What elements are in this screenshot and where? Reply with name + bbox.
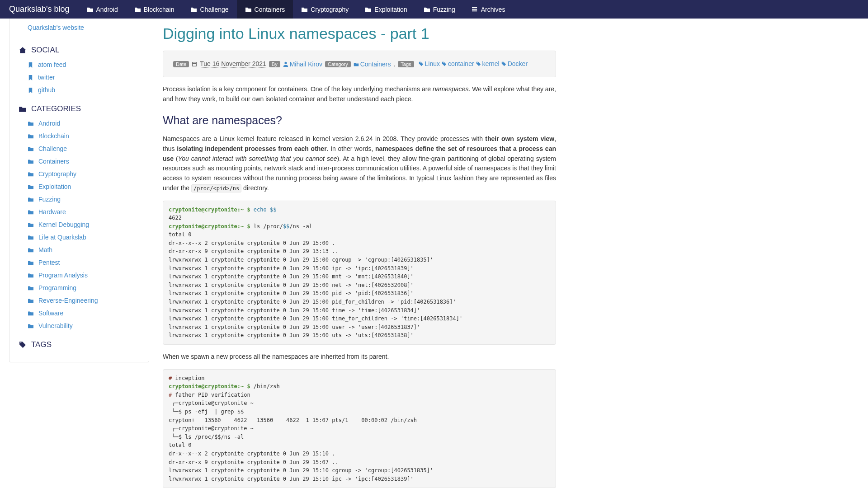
folder-icon xyxy=(134,6,141,12)
category-link-kernel-debugging[interactable]: Kernel Debugging xyxy=(19,218,140,231)
article-meta: Date Tue 16 November 2021 By Mihail Kiro… xyxy=(163,51,556,77)
category-link-blockchain[interactable]: Blockchain xyxy=(19,130,140,142)
folder-icon xyxy=(28,197,34,202)
meta-date: Tue 16 November 2021 xyxy=(200,60,266,68)
category-link-challenge[interactable]: Challenge xyxy=(19,142,140,155)
code-block-1: cryptonite@cryptonite:~ $ echo $$ 4622 c… xyxy=(163,201,556,345)
inline-code-proc-ns: /proc/<pid>/ns xyxy=(191,184,241,192)
folder-icon xyxy=(301,6,308,12)
category-link-containers[interactable]: Containers xyxy=(19,155,140,168)
sidebar: Quarkslab's website SOCIAL atom feedtwit… xyxy=(9,19,149,362)
folder-icon xyxy=(28,310,34,316)
nav-item-containers[interactable]: Containers xyxy=(237,0,293,19)
meta-tags-label: Tags xyxy=(398,61,414,67)
folder-icon xyxy=(354,61,359,67)
nav-item-android[interactable]: Android xyxy=(79,0,126,19)
category-link-vulnerability[interactable]: Vulnerability xyxy=(19,319,140,332)
category-link-reverse-engineering[interactable]: Reverse-Engineering xyxy=(19,294,140,307)
inherit-paragraph: When we spawn a new process all the name… xyxy=(163,352,556,362)
folder-icon xyxy=(28,235,34,240)
meta-category-label: Category xyxy=(325,61,351,67)
folder-icon xyxy=(87,6,94,12)
meta-date-label: Date xyxy=(173,61,189,67)
folder-icon xyxy=(28,121,34,126)
nav-item-fuzzing[interactable]: Fuzzing xyxy=(415,0,463,19)
category-link-life-at-quarkslab[interactable]: Life at Quarkslab xyxy=(19,231,140,244)
category-link-pentest[interactable]: Pentest xyxy=(19,256,140,269)
folder-icon xyxy=(28,247,34,253)
folder-icon xyxy=(19,105,27,113)
folder-icon xyxy=(28,159,34,164)
tag-icon xyxy=(476,61,481,66)
folder-icon xyxy=(190,6,197,12)
folder-icon xyxy=(28,171,34,177)
tag-link-kernel[interactable]: kernel xyxy=(476,60,500,67)
category-link-math[interactable]: Math xyxy=(19,244,140,256)
social-link-twitter[interactable]: twitter xyxy=(19,71,140,84)
folder-icon xyxy=(28,298,34,303)
category-link-program-analysis[interactable]: Program Analysis xyxy=(19,269,140,282)
tag-icon xyxy=(442,61,447,66)
folder-icon xyxy=(28,209,34,215)
folder-icon xyxy=(28,272,34,278)
category-link-cryptography[interactable]: Cryptography xyxy=(19,168,140,180)
meta-dot: . xyxy=(393,61,395,68)
nav-item-blockchain[interactable]: Blockchain xyxy=(126,0,183,19)
folder-icon xyxy=(28,260,34,265)
calendar-icon xyxy=(192,61,197,67)
bookmark-icon xyxy=(28,87,33,93)
folder-icon xyxy=(28,133,34,139)
quarkslab-website-link[interactable]: Quarkslab's website xyxy=(19,23,140,38)
folder-icon xyxy=(28,146,34,151)
sidebar-heading-tags: TAGS xyxy=(19,340,140,349)
user-icon xyxy=(283,61,288,67)
folder-icon xyxy=(245,6,252,12)
folder-icon xyxy=(424,6,430,12)
what-paragraph: Namespaces are a Linux kernel feature re… xyxy=(163,134,556,193)
social-link-github[interactable]: github xyxy=(19,84,140,96)
category-link-exploitation[interactable]: Exploitation xyxy=(19,180,140,193)
code-block-2: # inception cryptonite@cryptonite:~ $ /b… xyxy=(163,369,556,488)
sidebar-heading-categories: CATEGORIES xyxy=(19,104,140,113)
brand-link[interactable]: Quarkslab's blog xyxy=(0,0,79,19)
folder-icon xyxy=(28,222,34,227)
article-title[interactable]: Digging into Linux namespaces - part 1 xyxy=(163,25,556,42)
article: Digging into Linux namespaces - part 1 D… xyxy=(163,19,556,488)
tag-icon xyxy=(419,61,424,66)
meta-category-link[interactable]: Containers xyxy=(354,61,391,68)
folder-icon xyxy=(28,285,34,291)
tag-link-linux[interactable]: Linux xyxy=(419,60,440,67)
meta-author-link[interactable]: Mihail Kirov xyxy=(283,61,322,68)
category-link-android[interactable]: Android xyxy=(19,117,140,130)
nav-item-challenge[interactable]: Challenge xyxy=(182,0,236,19)
social-link-atom-feed[interactable]: atom feed xyxy=(19,58,140,71)
home-icon xyxy=(19,46,27,54)
list-icon xyxy=(472,6,478,12)
category-link-software[interactable]: Software xyxy=(19,307,140,319)
bookmark-icon xyxy=(28,62,33,68)
folder-icon xyxy=(28,184,34,189)
tag-link-container[interactable]: container xyxy=(442,60,474,67)
heading-what-are-namespaces: What are namespaces? xyxy=(163,114,556,127)
top-navbar: Quarkslab's blog AndroidBlockchainChalle… xyxy=(0,0,868,19)
nav-item-exploitation[interactable]: Exploitation xyxy=(357,0,415,19)
tag-icon xyxy=(501,61,506,66)
meta-by-label: By xyxy=(269,61,280,67)
folder-icon xyxy=(365,6,372,12)
folder-icon xyxy=(28,323,34,328)
nav-item-archives[interactable]: Archives xyxy=(463,0,514,19)
tags-icon xyxy=(19,341,27,348)
sidebar-heading-social: SOCIAL xyxy=(19,46,140,55)
bookmark-icon xyxy=(28,75,33,80)
category-link-fuzzing[interactable]: Fuzzing xyxy=(19,193,140,206)
nav-item-cryptography[interactable]: Cryptography xyxy=(293,0,357,19)
category-link-programming[interactable]: Programming xyxy=(19,282,140,294)
category-link-hardware[interactable]: Hardware xyxy=(19,206,140,218)
intro-paragraph: Process isolation is a key component for… xyxy=(163,84,556,104)
tag-link-docker[interactable]: Docker xyxy=(501,60,528,67)
